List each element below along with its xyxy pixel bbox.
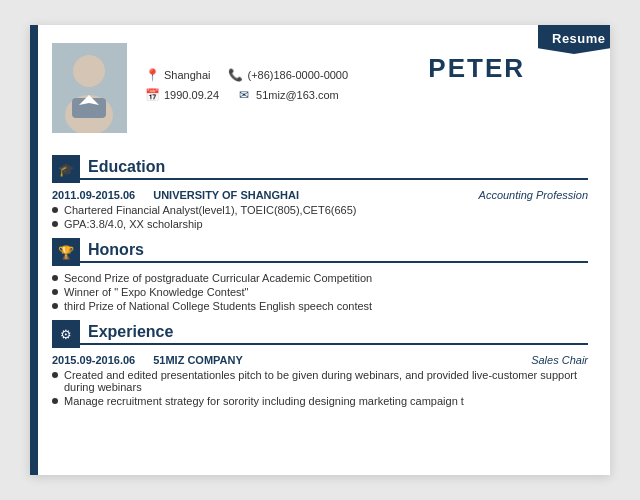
bullet-dot: [52, 207, 58, 213]
honor-bullet-2: Winner of " Expo Knowledge Contest": [52, 286, 588, 298]
applicant-name: PETER: [428, 53, 525, 84]
location-icon: 📍: [145, 68, 159, 82]
education-icon: 🎓: [58, 162, 74, 177]
bullet-dot: [52, 303, 58, 309]
honors-icon: 🏆: [58, 245, 74, 260]
experience-entry-row: 2015.09-2016.06 51miz Company Sales Chai…: [52, 354, 588, 366]
email-text: 51miz@163.com: [256, 89, 339, 101]
edu-bullet-1: Chartered Financial Analyst(level1), TOE…: [52, 204, 588, 216]
honors-title-area: Honors: [80, 241, 588, 263]
phone-text: (+86)186-0000-0000: [248, 69, 349, 81]
experience-title-area: Experience: [80, 323, 588, 345]
honor-bullet-1: Second Prize of postgraduate Curricular …: [52, 272, 588, 284]
honors-icon-box: 🏆: [52, 238, 80, 266]
exp-company: 51miz Company: [153, 354, 513, 366]
exp-text-2: Manage recruitment strategy for sorority…: [64, 395, 464, 407]
honor-bullet-3: third Prize of National College Students…: [52, 300, 588, 312]
resume-page: Resume 📍 Sh: [30, 25, 610, 475]
email-icon: ✉: [237, 88, 251, 102]
exp-date: 2015.09-2016.06: [52, 354, 135, 366]
honors-title: Honors: [88, 241, 144, 258]
education-entry-row: 2011.09-2015.06 UNIVERSITY OF SHANGHAI A…: [52, 189, 588, 201]
experience-icon: ⚙: [60, 327, 72, 342]
experience-content: 2015.09-2016.06 51miz Company Sales Chai…: [52, 354, 588, 407]
birthday-item: 📅 1990.09.24: [145, 88, 219, 102]
bullet-dot: [52, 289, 58, 295]
edu-date: 2011.09-2015.06: [52, 189, 135, 201]
honors-section-header: 🏆 Honors: [52, 238, 588, 266]
resume-tag: Resume: [538, 25, 610, 54]
header-section: 📍 Shanghai 📞 (+86)186-0000-0000 📅 1990.0…: [30, 25, 610, 147]
exp-text-1: Created and edited presentationles pitch…: [64, 369, 588, 393]
birthday-text: 1990.09.24: [164, 89, 219, 101]
edu-bullet-text-2: GPA:3.8/4.0, XX scholarship: [64, 218, 203, 230]
contact-row-2: 📅 1990.09.24 ✉ 51miz@163.com: [145, 88, 590, 102]
education-content: 2011.09-2015.06 UNIVERSITY OF SHANGHAI A…: [52, 189, 588, 230]
exp-position: Sales Chair: [531, 354, 588, 366]
email-item: ✉ 51miz@163.com: [237, 88, 339, 102]
edu-bullet-text-1: Chartered Financial Analyst(level1), TOE…: [64, 204, 356, 216]
education-section-header: 🎓 Education: [52, 155, 588, 183]
edu-school: UNIVERSITY OF SHANGHAI: [153, 189, 460, 201]
edu-bullet-2: GPA:3.8/4.0, XX scholarship: [52, 218, 588, 230]
experience-section-header: ⚙ Experience: [52, 320, 588, 348]
edu-major: Accounting Profession: [479, 189, 588, 201]
bullet-dot: [52, 398, 58, 404]
left-accent-bar: [30, 25, 38, 475]
experience-icon-box: ⚙: [52, 320, 80, 348]
honor-text-3: third Prize of National College Students…: [64, 300, 372, 312]
city-text: Shanghai: [164, 69, 211, 81]
bullet-dot: [52, 372, 58, 378]
honor-text-2: Winner of " Expo Knowledge Contest": [64, 286, 249, 298]
education-title-area: Education: [80, 158, 588, 180]
exp-bullet-2: Manage recruitment strategy for sorority…: [52, 395, 588, 407]
honors-content: Second Prize of postgraduate Curricular …: [52, 272, 588, 312]
education-title: Education: [88, 158, 165, 175]
education-icon-box: 🎓: [52, 155, 80, 183]
svg-point-1: [73, 55, 105, 87]
bullet-dot: [52, 275, 58, 281]
profile-photo: [52, 43, 127, 133]
phone-item: 📞 (+86)186-0000-0000: [229, 68, 349, 82]
calendar-icon: 📅: [145, 88, 159, 102]
honor-text-1: Second Prize of postgraduate Curricular …: [64, 272, 372, 284]
experience-title: Experience: [88, 323, 173, 340]
city-item: 📍 Shanghai: [145, 68, 211, 82]
photo-placeholder: [52, 43, 127, 133]
phone-icon: 📞: [229, 68, 243, 82]
exp-bullet-1: Created and edited presentationles pitch…: [52, 369, 588, 393]
bullet-dot: [52, 221, 58, 227]
